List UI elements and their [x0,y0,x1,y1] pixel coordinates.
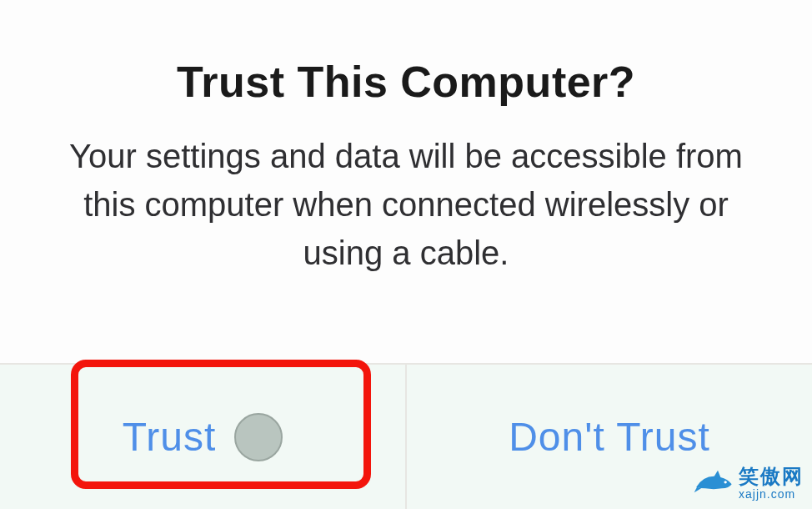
trust-button-label: Trust [123,414,217,460]
highlight-frame [71,360,371,489]
tap-indicator-icon [234,413,283,461]
dialog-body: Trust This Computer? Your settings and d… [0,0,812,363]
dont-trust-button-label: Don't Trust [509,414,710,460]
dont-trust-button[interactable]: Don't Trust [407,365,812,509]
dialog-title: Trust This Computer? [177,57,635,107]
dialog-message: Your settings and data will be accessibl… [39,132,773,277]
trust-computer-dialog: Trust This Computer? Your settings and d… [0,0,812,509]
trust-button[interactable]: Trust [0,365,407,509]
dialog-actions: Trust Don't Trust [0,363,812,509]
